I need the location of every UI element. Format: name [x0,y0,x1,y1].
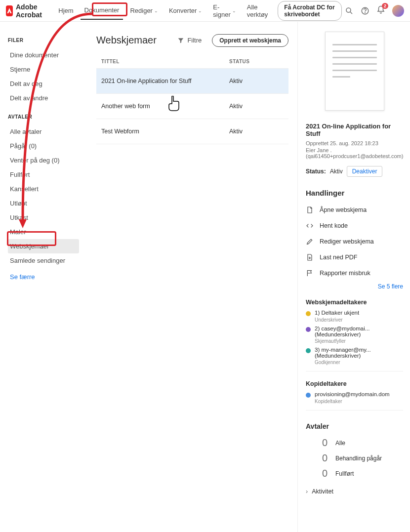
sidebar-see-fewer[interactable]: Se færre [8,270,79,284]
sidebar-files-header: FILER [8,38,79,43]
copy-participant-row: provisioning@mydomain.dom [306,391,403,398]
nav-edit[interactable]: Rediger⌄ [126,2,162,19]
see-more-actions[interactable]: Se 5 flere [306,283,403,290]
svg-line-1 [350,12,352,14]
sidebar-item-templates[interactable]: Maler [8,225,79,239]
copy-participants-header: Kopideltakere [306,380,403,387]
status-label: Status: [306,168,326,175]
get-desktop-cta[interactable]: Få Acrobat DC for skrivebordet [278,1,342,21]
download-icon [306,253,314,261]
participant-dot-icon [306,311,311,316]
sidebar-item-draft[interactable]: Utkast [8,210,79,225]
file-icon [306,206,314,214]
participant-row: 2) casey@mydomai... (Medunderskriver) [306,326,403,337]
agreement-count-row[interactable]: 0 Alle [306,435,403,450]
nav-alltools[interactable]: Alle verktøy [243,0,272,23]
action-report-abuse[interactable]: Rapporter misbruk [306,265,403,281]
chevron-down-icon: ⌄ [154,8,158,13]
sidebar-item-in-progress[interactable]: Pågår (0) [8,139,79,153]
sidebar-item-cancelled[interactable]: Kansellert [8,182,79,196]
column-status: STATUS [229,59,284,64]
nav-home[interactable]: Hjem [54,2,77,19]
chevron-right-icon: › [306,488,308,495]
sidebar-item-shared-by-others[interactable]: Delt av andre [8,91,79,105]
help-icon[interactable] [361,6,369,15]
notifications-button[interactable]: 2 [376,5,385,16]
participant-role: Skjemautfyller [315,338,403,344]
nav-convert[interactable]: Konverter⌄ [165,2,206,19]
acrobat-logo-icon [6,5,13,16]
table-row[interactable]: Test Webform Aktiv [96,119,288,144]
top-bar: Adobe Acrobat Hjem Dokumenter Rediger⌄ K… [0,0,410,22]
filter-button[interactable]: Filtre [172,34,207,47]
row-status: Aktiv [229,128,284,135]
agreements-section-header: Avtaler [306,422,403,430]
chevron-down-icon: ⌄ [198,8,202,13]
nav-esign[interactable]: E-signer⌄ [209,0,240,23]
deactivate-button[interactable]: Deaktiver [347,166,383,177]
participants-header: Webskjemadeltakere [306,299,403,306]
notification-badge: 2 [382,3,388,9]
actions-header: Handlinger [306,189,403,197]
sidebar-item-completed[interactable]: Fullført [8,167,79,182]
code-icon [306,222,314,230]
main-content: Webskjemaer Filtre Opprett et webskjema … [83,22,297,532]
row-title: Test Webform [101,128,229,135]
sidebar-item-bulk-sends[interactable]: Samlede sendinger [8,253,79,268]
table-row[interactable]: Another web form Aktiv [96,94,288,119]
row-status: Aktiv [229,103,284,110]
participant-dot-icon [306,348,311,353]
action-open-webform[interactable]: Åpne webskjema [306,202,403,218]
participant-row: 1) Deltaker ukjent [306,310,403,316]
participant-role: Godkjenner [315,360,403,365]
sidebar-item-shared-by-you[interactable]: Delt av deg [8,77,79,91]
table-header: TITTEL STATUS [96,59,288,64]
nav-documents[interactable]: Dokumenter [81,1,123,20]
column-title: TITTEL [101,59,229,64]
sidebar-agreements-header: AVTALER [8,114,79,120]
pencil-icon [306,238,314,246]
sidebar-item-starred[interactable]: Stjerne [8,62,79,77]
detail-title: 2021 On-line Application for Stuff [306,123,403,137]
participant-role: Underskriver [315,317,403,323]
chevron-down-icon: ⌄ [232,8,236,13]
participant-dot-icon [306,327,311,332]
row-title: Another web form [101,103,229,110]
row-status: Aktiv [229,78,284,84]
sidebar-item-all-agreements[interactable]: Alle avtaler [8,124,79,139]
detail-owner: Eier Jane . (qai61450+prodcuser1@adobete… [306,147,403,159]
activity-toggle[interactable]: › Aktivitet [306,488,403,495]
search-icon[interactable] [345,6,354,15]
user-avatar[interactable] [392,5,404,17]
participant-dot-icon [306,393,311,398]
filter-icon [177,37,184,44]
sidebar-item-webforms[interactable]: Webskjemaer [8,239,79,253]
agreement-count-row[interactable]: 0 Behandling pågår [306,450,403,466]
participant-role: Kopideltaker [315,399,403,404]
sidebar-item-your-documents[interactable]: Dine dokumenter [8,48,79,62]
brand-label: Adobe Acrobat [16,3,44,19]
page-title: Webskjemaer [96,35,157,46]
flag-icon [306,269,314,277]
sidebar-item-waiting-for-you[interactable]: Venter på deg (0) [8,153,79,167]
sidebar-item-expired[interactable]: Utløpt [8,196,79,210]
svg-point-3 [365,12,366,13]
status-value: Aktiv [330,168,343,175]
action-edit-webform[interactable]: Rediger webskjema [306,234,403,249]
table-row[interactable]: 2021 On-line Application for Stuff Aktiv [96,68,288,94]
detail-created: Opprettet 25. aug. 2022 18:23 [306,140,403,146]
svg-point-0 [346,8,351,12]
details-panel: 2021 On-line Application for Stuff Oppre… [297,22,410,532]
document-preview[interactable] [325,32,384,111]
row-title: 2021 On-line Application for Stuff [101,78,229,84]
agreement-count-row[interactable]: 0 Fullført [306,466,403,481]
action-get-code[interactable]: Hent kode [306,218,403,234]
participant-row: 3) my-manager@my... (Medunderskriver) [306,347,403,359]
sidebar: FILER Dine dokumenter Stjerne Delt av de… [0,22,83,532]
action-download-pdf[interactable]: Last ned PDF [306,249,403,265]
create-webform-button[interactable]: Opprett et webskjema [212,34,288,47]
